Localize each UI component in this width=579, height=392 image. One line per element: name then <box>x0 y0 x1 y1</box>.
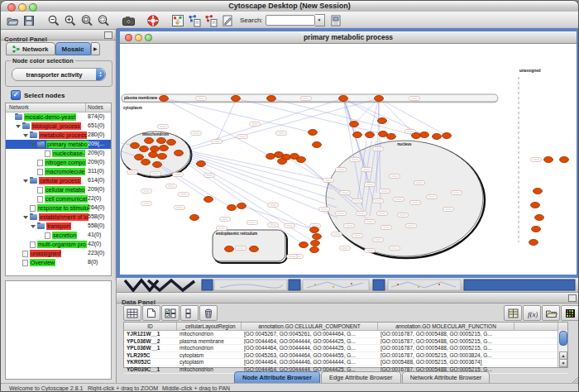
network-node-selected[interactable] <box>149 152 158 158</box>
table-cell[interactable]: YDR039C__1 <box>124 366 177 373</box>
network-edge[interactable] <box>217 100 236 141</box>
tab-network-attribute-browser[interactable]: Network Attribute Browser <box>402 371 490 384</box>
network-node-selected[interactable] <box>310 247 319 253</box>
select-attributes-icon[interactable] <box>161 305 179 321</box>
network-node-selected[interactable] <box>157 138 166 144</box>
title-bar[interactable]: Cytoscape Desktop (New Session) <box>1 1 578 12</box>
tree-row[interactable]: unassigned223(0) <box>6 249 111 258</box>
network-node-selected[interactable] <box>433 134 442 140</box>
tree-row[interactable]: multi-organism pro42(0) <box>6 240 111 249</box>
network-node-selected[interactable] <box>266 154 275 160</box>
network-node-selected[interactable] <box>151 146 160 152</box>
network-node-selected[interactable] <box>225 246 234 252</box>
float-panel-icon[interactable] <box>104 31 112 39</box>
tab-edge-attribute-browser[interactable]: Edge Attribute Browser <box>321 371 401 384</box>
create-view-icon[interactable] <box>187 13 202 28</box>
tree-row[interactable]: Overview8(0) <box>6 258 111 267</box>
network-node-selected[interactable] <box>311 241 320 246</box>
network-node-selected[interactable] <box>145 138 154 144</box>
table-cell[interactable]: [GO:0044464, GO:0044444, GO:0044425, G..… <box>242 338 378 345</box>
network-node-selected[interactable] <box>131 143 140 149</box>
network-edge[interactable] <box>271 98 416 136</box>
network-node-selected[interactable] <box>532 227 541 232</box>
network-node-selected[interactable] <box>140 146 149 152</box>
save-icon[interactable] <box>22 13 36 28</box>
tree-row[interactable]: response to stimulu264(0) <box>6 203 111 213</box>
minimize-button[interactable] <box>18 3 26 12</box>
network-node-selected[interactable] <box>560 157 569 163</box>
tree-row[interactable]: nucleobase-209(0) <box>6 149 111 158</box>
network-node-selected[interactable] <box>387 134 396 140</box>
network-node-selected[interactable] <box>443 133 452 139</box>
network-node-selected[interactable] <box>379 131 388 137</box>
delete-attribute-icon[interactable] <box>199 305 218 321</box>
network-node-selected[interactable] <box>529 240 538 246</box>
search-input[interactable] <box>266 15 315 26</box>
network-minimize-button[interactable] <box>135 34 142 41</box>
network-node-selected[interactable] <box>297 157 306 163</box>
network-node-selected[interactable] <box>313 234 322 240</box>
table-cell[interactable]: YPL036W__1 <box>124 345 177 351</box>
zoom-button[interactable] <box>29 3 37 12</box>
table-cell[interactable]: mitochondrion <box>177 331 242 337</box>
network-node-selected[interactable] <box>227 205 237 211</box>
network-node-selected[interactable] <box>237 203 246 209</box>
close-button[interactable] <box>7 3 16 12</box>
network-node-selected[interactable] <box>141 160 151 165</box>
zoom-fit-icon[interactable] <box>79 13 94 28</box>
network-node-selected[interactable] <box>412 133 421 139</box>
table-cell[interactable]: [GO:0045267, GO:0045261, GO:0044464, G..… <box>242 331 378 337</box>
network-canvas[interactable]: plasma membranecytoplasmmitochondrionnuc… <box>120 44 577 275</box>
network-node-selected[interactable] <box>267 96 276 102</box>
network-node-selected[interactable] <box>544 157 553 163</box>
destroy-view-icon[interactable] <box>203 13 218 28</box>
table-cell[interactable]: [GO:0045263, GO:0044464, GO:0044455, G..… <box>242 352 378 359</box>
network-close-button[interactable] <box>125 34 132 41</box>
network-node-selected[interactable] <box>160 96 169 102</box>
table-row[interactable]: YPL036W__2plasma membrane[GO:0044464, GO… <box>124 338 567 346</box>
snapshot-icon[interactable] <box>121 13 136 28</box>
tree-row[interactable]: biological_process651(0) <box>6 122 111 131</box>
unselect-attributes-icon[interactable] <box>180 305 199 321</box>
heatmap-icon[interactable] <box>561 305 579 321</box>
network-node-selected[interactable] <box>299 242 309 248</box>
network-node-selected[interactable] <box>339 96 348 102</box>
network-window-titlebar[interactable]: primary metabolic process <box>120 31 577 44</box>
region-nucleus[interactable] <box>326 141 483 256</box>
data-panel-float-icon[interactable] <box>568 294 577 302</box>
tree-row[interactable]: nitrogen compo209(0) <box>6 158 111 167</box>
tab-mosaic[interactable]: Mosaic <box>55 42 91 55</box>
table-cell[interactable]: mitochondrion <box>177 345 242 351</box>
tree-row[interactable]: metabolic process280(0) <box>6 131 111 140</box>
network-node-selected[interactable] <box>310 227 319 233</box>
table-cell[interactable]: [GO:0016787, GO:0005488, GO:0005215, G..… <box>378 331 514 337</box>
search-dropdown-button[interactable]: ▼ <box>315 14 325 26</box>
table-cell[interactable]: [GO:0016787, GO:0005488, GO:0005215, G..… <box>378 338 514 345</box>
tree-expander-icon[interactable] <box>16 125 21 128</box>
open-icon[interactable] <box>5 13 20 28</box>
tree-expander-icon[interactable] <box>23 179 28 183</box>
tab-network[interactable]: Network <box>6 42 55 55</box>
tree-row[interactable]: secretion41(0) <box>6 231 111 240</box>
resize-grip-icon[interactable] <box>571 375 579 383</box>
table-cell[interactable]: [GO:0016787, GO:0005215, GO:0003824, G..… <box>378 352 514 359</box>
network-node-selected[interactable] <box>534 189 543 194</box>
network-node-selected[interactable] <box>190 215 199 221</box>
zoom-selected-icon[interactable] <box>96 13 111 28</box>
table-cell[interactable]: mitochondrion <box>177 366 242 373</box>
more-tabs-arrow[interactable]: ▶ <box>91 42 100 55</box>
network-node-selected[interactable] <box>366 132 375 138</box>
attribute-table-icon[interactable] <box>123 305 141 321</box>
table-cell[interactable]: cytoplasm <box>177 352 242 359</box>
network-node-selected[interactable] <box>375 96 384 102</box>
network-node-selected[interactable] <box>175 151 184 156</box>
network-node-selected[interactable] <box>353 132 362 138</box>
network-node-selected[interactable] <box>250 246 259 252</box>
table-row[interactable]: YJR121W__1mitochondrion[GO:0045267, GO:0… <box>124 331 567 338</box>
network-node-selected[interactable] <box>420 132 429 138</box>
zoom-in-icon[interactable] <box>63 13 78 28</box>
table-cell[interactable]: [GO:0016787, GO:0005488, GO:0005215, G..… <box>378 345 514 351</box>
tree-expander-icon[interactable] <box>23 134 28 137</box>
network-edge[interactable] <box>191 153 332 189</box>
network-node-selected[interactable] <box>531 203 540 208</box>
